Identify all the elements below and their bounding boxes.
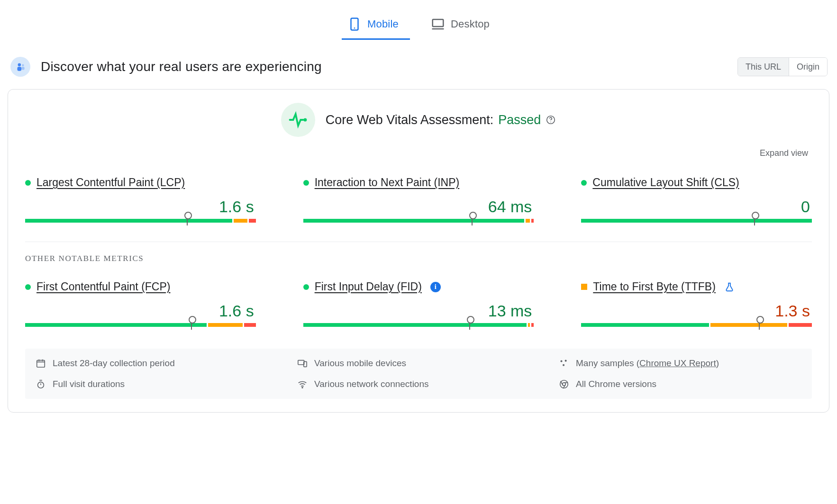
info-network: Various network connections [297, 379, 540, 389]
info-icon[interactable]: i [430, 282, 441, 292]
svg-point-23 [302, 387, 303, 388]
status-dot-icon [303, 180, 309, 186]
metric-ttfb-name[interactable]: Time to First Byte (TTFB) [593, 280, 716, 293]
pulse-icon [281, 103, 315, 137]
marker-icon [191, 320, 192, 330]
metric-lcp-bar [25, 219, 256, 223]
metric-lcp-name[interactable]: Largest Contentful Paint (LCP) [36, 176, 185, 189]
svg-point-18 [565, 360, 567, 361]
info-chrome-text: All Chrome versions [576, 379, 656, 389]
section-title: Discover what your real users are experi… [41, 59, 322, 74]
svg-line-27 [561, 381, 563, 385]
svg-point-17 [560, 360, 562, 362]
metric-inp-value: 64 ms [303, 198, 532, 216]
metric-cls-value: 0 [581, 198, 810, 216]
info-period-text: Latest 28-day collection period [53, 358, 175, 369]
info-chrome: All Chrome versions [559, 379, 801, 389]
status-dot-icon [25, 284, 31, 290]
other-metrics: First Contentful Paint (FCP) 1.6 s First… [25, 280, 812, 327]
flask-icon [724, 282, 735, 292]
divider [25, 242, 812, 242]
crux-link[interactable]: Chrome UX Report [639, 358, 716, 368]
metric-ttfb-value: 1.3 s [581, 302, 810, 320]
svg-rect-2 [433, 19, 444, 27]
info-network-text: Various network connections [314, 379, 429, 389]
metric-cls-name[interactable]: Cumulative Layout Shift (CLS) [592, 176, 739, 189]
status-dot-icon [581, 180, 587, 186]
status-dot-icon [303, 284, 309, 290]
metric-fid: First Input Delay (FID) i 13 ms [303, 280, 534, 327]
info-period: Latest 28-day collection period [36, 358, 278, 369]
stopwatch-icon [36, 379, 46, 389]
svg-point-19 [563, 364, 564, 366]
marker-icon [472, 216, 473, 225]
svg-point-6 [22, 64, 24, 66]
dataset-info: Latest 28-day collection period Various … [25, 349, 812, 399]
scatter-icon [559, 358, 569, 369]
metric-lcp: Largest Contentful Paint (LCP) 1.6 s [25, 176, 256, 223]
other-metrics-header: Other Notable Metrics [25, 254, 812, 262]
wifi-icon [297, 379, 308, 389]
marker-icon [469, 320, 470, 330]
mobile-icon [347, 17, 362, 31]
device-tabs: Mobile Desktop [8, 0, 829, 44]
assessment-title: Core Web Vitals Assessment: Passed [326, 113, 556, 127]
assessment-block: Core Web Vitals Assessment: Passed Expan… [25, 103, 812, 158]
info-devices-text: Various mobile devices [314, 358, 406, 369]
info-visits: Full visit durations [36, 379, 278, 389]
svg-point-1 [354, 27, 355, 29]
marker-icon [759, 320, 760, 330]
users-icon [10, 57, 30, 77]
svg-point-8 [303, 118, 307, 122]
marker-icon [187, 216, 188, 225]
svg-point-10 [551, 122, 552, 123]
desktop-icon [431, 17, 445, 31]
svg-rect-7 [21, 67, 24, 70]
vitals-card: Core Web Vitals Assessment: Passed Expan… [8, 89, 829, 413]
svg-rect-5 [18, 67, 22, 71]
devices-icon [297, 358, 308, 369]
info-visits-text: Full visit durations [53, 379, 125, 389]
tab-mobile[interactable]: Mobile [346, 14, 400, 39]
toggle-origin[interactable]: Origin [789, 58, 827, 76]
metric-inp: Interaction to Next Paint (INP) 64 ms [303, 176, 534, 223]
section-header: Discover what your real users are experi… [8, 44, 829, 81]
info-devices: Various mobile devices [297, 358, 540, 369]
metric-cls: Cumulative Layout Shift (CLS) 0 [581, 176, 812, 223]
metric-inp-name[interactable]: Interaction to Next Paint (INP) [315, 176, 460, 189]
metric-ttfb: Time to First Byte (TTFB) 1.3 s [581, 280, 812, 327]
calendar-icon [36, 358, 46, 369]
svg-point-4 [18, 63, 21, 66]
scope-toggle: This URL Origin [737, 57, 828, 76]
metric-fid-value: 13 ms [303, 302, 532, 320]
metric-fcp: First Contentful Paint (FCP) 1.6 s [25, 280, 256, 327]
metric-ttfb-bar [581, 323, 812, 327]
toggle-this-url[interactable]: This URL [738, 58, 789, 76]
metric-lcp-value: 1.6 s [25, 198, 254, 216]
assessment-prefix: Core Web Vitals Assessment: [326, 113, 494, 127]
svg-rect-15 [298, 360, 304, 365]
tab-desktop-label: Desktop [451, 18, 490, 30]
metric-inp-bar [303, 219, 534, 223]
svg-point-20 [38, 382, 44, 388]
help-icon[interactable] [546, 115, 556, 125]
tab-desktop[interactable]: Desktop [429, 14, 491, 39]
status-dot-icon [25, 180, 31, 186]
tab-mobile-label: Mobile [367, 18, 399, 30]
info-samples-prefix: Many samples ( [576, 358, 639, 368]
assessment-status: Passed [498, 113, 541, 127]
metric-fid-name[interactable]: First Input Delay (FID) [315, 280, 422, 293]
chrome-icon [559, 379, 569, 389]
info-samples-suffix: ) [716, 358, 719, 368]
metric-fcp-bar [25, 323, 256, 327]
expand-view-link[interactable]: Expand view [760, 148, 808, 158]
metric-cls-bar [581, 219, 812, 223]
metric-fid-bar [303, 323, 534, 327]
svg-rect-11 [37, 360, 45, 368]
status-square-icon [581, 284, 587, 290]
marker-icon [754, 216, 755, 225]
info-samples: Many samples (Chrome UX Report) [559, 358, 801, 369]
metric-fcp-value: 1.6 s [25, 302, 254, 320]
core-metrics: Largest Contentful Paint (LCP) 1.6 s Int… [25, 176, 812, 223]
metric-fcp-name[interactable]: First Contentful Paint (FCP) [36, 280, 170, 293]
